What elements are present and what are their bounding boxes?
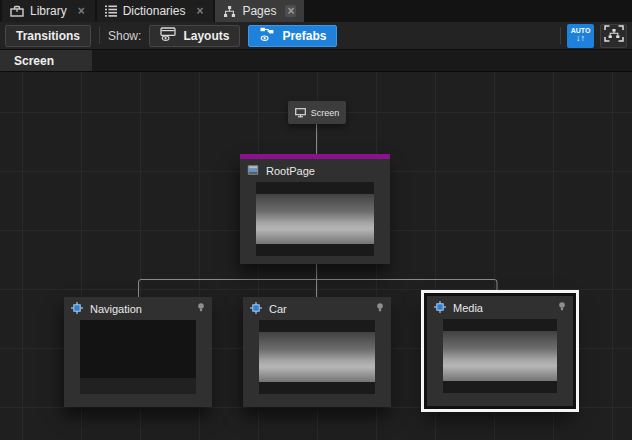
node-media-label: Media	[453, 302, 483, 314]
layouts-toggle-button[interactable]: Layouts	[149, 25, 240, 47]
breadcrumb-tab-screen[interactable]: Screen	[0, 50, 92, 71]
node-preview-thumbnail	[443, 319, 557, 393]
fit-view-button[interactable]	[600, 24, 627, 48]
node-rootpage[interactable]: RootPage	[240, 154, 390, 264]
show-label: Show:	[108, 29, 141, 43]
lightbulb-icon[interactable]	[197, 300, 205, 318]
lightbulb-icon[interactable]	[376, 300, 384, 318]
node-preview-thumbnail	[259, 320, 375, 394]
node-screen[interactable]: Screen	[288, 101, 346, 124]
prefabs-toggle-button[interactable]: Prefabs	[248, 25, 337, 47]
node-navigation[interactable]: Navigation	[64, 297, 212, 407]
node-navigation-label: Navigation	[90, 303, 142, 315]
node-media[interactable]: Media	[427, 296, 573, 406]
toolbar-right-group: AUTO ↓↑	[560, 24, 627, 48]
node-header: RootPage	[240, 159, 390, 182]
tab-dictionaries[interactable]: Dictionaries ×	[97, 0, 214, 22]
tab-bar: Library × Dictionaries × Pages ×	[0, 0, 632, 22]
toolbox-icon	[10, 5, 24, 17]
auto-arrows-icon: ↓↑	[576, 34, 585, 43]
prefab-target-icon	[71, 300, 83, 318]
breadcrumb: Screen	[0, 50, 632, 72]
tab-pages-label: Pages	[242, 4, 276, 18]
monitor-icon	[295, 104, 306, 122]
breadcrumb-tab-label: Screen	[14, 54, 54, 68]
close-icon[interactable]: ×	[285, 5, 296, 17]
tab-library-label: Library	[30, 4, 67, 18]
close-icon[interactable]: ×	[194, 5, 205, 17]
pages-tree-icon	[223, 6, 236, 17]
tab-pages[interactable]: Pages ×	[215, 0, 304, 22]
toolbar: Transitions Show: Layouts Prefabs AUTO ↓…	[0, 22, 632, 50]
fit-view-icon	[604, 25, 624, 46]
node-preview-thumbnail	[80, 320, 196, 394]
close-icon[interactable]: ×	[76, 5, 87, 17]
node-preview-thumbnail	[256, 182, 374, 256]
page-graph-canvas[interactable]: Screen RootPage Navigatio	[0, 72, 632, 440]
prefab-target-icon	[250, 300, 262, 318]
node-header: Media	[427, 296, 573, 319]
prefab-target-icon	[434, 299, 446, 317]
toolbar-separator	[560, 27, 561, 44]
node-car-label: Car	[269, 303, 287, 315]
auto-arrange-button[interactable]: AUTO ↓↑	[567, 24, 594, 48]
layouts-toggle-label: Layouts	[183, 29, 229, 43]
prefabs-toggle-label: Prefabs	[282, 29, 326, 43]
node-rootpage-label: RootPage	[266, 165, 315, 177]
node-screen-label: Screen	[311, 108, 340, 118]
pages-panel: Library × Dictionaries × Pages × Transit…	[0, 0, 632, 440]
node-header: Navigation	[64, 297, 212, 320]
node-car[interactable]: Car	[243, 297, 391, 407]
prefab-eye-icon	[259, 27, 276, 44]
tab-library[interactable]: Library ×	[2, 0, 95, 22]
tab-dictionaries-label: Dictionaries	[123, 4, 186, 18]
page-icon	[247, 162, 259, 180]
list-icon	[105, 5, 117, 17]
toolbar-separator	[99, 27, 100, 44]
node-header: Car	[243, 297, 391, 320]
transitions-button[interactable]: Transitions	[5, 25, 91, 47]
layout-eye-icon	[160, 27, 177, 44]
lightbulb-icon[interactable]	[558, 299, 566, 317]
transitions-button-label: Transitions	[16, 29, 80, 43]
